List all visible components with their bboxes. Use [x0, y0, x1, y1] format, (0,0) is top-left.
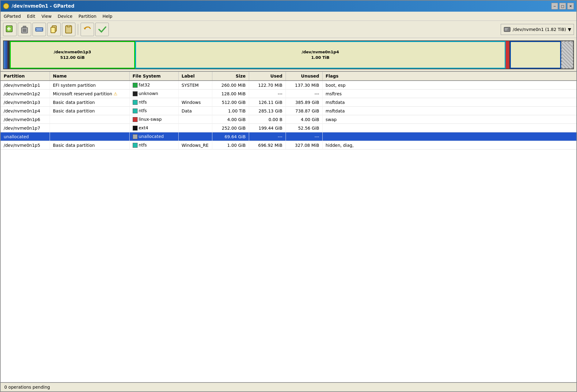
- cell-partition: /dev/nvme0n1p6: [1, 115, 50, 124]
- cell-fs: ext4: [129, 124, 178, 132]
- cell-used: ---: [249, 89, 286, 98]
- cell-name: Microsoft reserved partition ⚠: [50, 89, 129, 98]
- cell-unused: 327.08 MiB: [286, 141, 322, 150]
- cell-partition: /dev/nvme0n1p2: [1, 89, 50, 98]
- cell-used: 285.13 GiB: [249, 107, 286, 115]
- cell-size: 1.00 TiB: [212, 107, 249, 115]
- disk-map-container: /dev/nvme0n1p3512.00 GiB /dev/nvme0n1p41…: [3, 40, 574, 69]
- menu-device[interactable]: Device: [55, 13, 75, 20]
- fs-color-indicator: [133, 117, 138, 122]
- cell-label: SYSTEM: [178, 81, 212, 89]
- menu-partition[interactable]: Partition: [75, 13, 99, 20]
- cell-fs: unallocated: [129, 132, 178, 141]
- undo-button[interactable]: [81, 23, 94, 36]
- maximize-button[interactable]: □: [559, 3, 566, 10]
- toolbar: /dev/nvme0n1 (1.82 TiB) ▼: [1, 21, 576, 38]
- svg-rect-14: [67, 25, 70, 27]
- main-window: /dev/nvme0n1 - GParted − □ ✕ GParted Edi…: [0, 0, 577, 392]
- warning-icon: ⚠: [114, 91, 118, 96]
- cell-label: Windows_RE: [178, 141, 212, 150]
- cell-name: EFI system partition: [50, 81, 129, 89]
- cell-label: [178, 132, 212, 141]
- paste-button[interactable]: [62, 23, 75, 36]
- cell-name: [50, 124, 129, 132]
- table-row[interactable]: unallocatedunallocated69.64 GiB------: [1, 132, 576, 141]
- cell-used: 126.11 GiB: [249, 98, 286, 107]
- cell-size: 128.00 MiB: [212, 89, 249, 98]
- cell-size: 1.00 GiB: [212, 141, 249, 150]
- cell-used: ---: [249, 132, 286, 141]
- resize-button[interactable]: [32, 23, 46, 36]
- cell-name: [50, 132, 129, 141]
- disk-segment-p7[interactable]: [510, 41, 561, 69]
- cell-label: [178, 124, 212, 132]
- svg-marker-15: [84, 28, 86, 29]
- title-bar: /dev/nvme0n1 - GParted − □ ✕: [1, 1, 576, 12]
- new-partition-button[interactable]: [3, 23, 17, 36]
- cell-label: [178, 115, 212, 124]
- menu-help[interactable]: Help: [100, 13, 116, 20]
- toolbar-separator: [78, 24, 78, 35]
- disk-segment-p1[interactable]: [4, 41, 8, 69]
- delete-partition-button[interactable]: [18, 23, 31, 36]
- cell-flags: [322, 132, 576, 141]
- cell-partition: /dev/nvme0n1p5: [1, 141, 50, 150]
- svg-point-18: [509, 29, 509, 29]
- cell-fs: fat32: [129, 81, 178, 89]
- cell-flags: msftdata: [322, 107, 576, 115]
- menu-view[interactable]: View: [38, 13, 55, 20]
- cell-flags: [322, 124, 576, 132]
- svg-rect-12: [51, 27, 55, 33]
- cell-label: Windows: [178, 98, 212, 107]
- disk-segment-swap[interactable]: [506, 41, 510, 69]
- partition-table: Partition Name File System Label Size Us…: [1, 72, 576, 150]
- cell-flags: boot, esp: [322, 81, 576, 89]
- copy-button[interactable]: [47, 23, 61, 36]
- device-selector[interactable]: /dev/nvme0n1 (1.82 TiB) ▼: [501, 24, 574, 35]
- dropdown-arrow-icon: ▼: [568, 27, 571, 32]
- cell-used: 199.44 GiB: [249, 124, 286, 132]
- table-row[interactable]: /dev/nvme0n1p5Basic data partitionntfsWi…: [1, 141, 576, 150]
- cell-size: 4.00 GiB: [212, 115, 249, 124]
- cell-fs: ntfs: [129, 98, 178, 107]
- menu-edit[interactable]: Edit: [24, 13, 38, 20]
- cell-size: 69.64 GiB: [212, 132, 249, 141]
- fs-color-indicator: [133, 108, 138, 113]
- fs-color-indicator: [133, 83, 138, 88]
- svg-rect-20: [505, 30, 507, 30]
- cell-size: 512.00 GiB: [212, 98, 249, 107]
- disk-segment-p4[interactable]: /dev/nvme0n1p41.00 TiB: [135, 41, 506, 69]
- cell-used: 696.92 MiB: [249, 141, 286, 150]
- col-header-label: Label: [178, 72, 212, 81]
- apply-button[interactable]: [95, 23, 109, 36]
- disk-segment-p4-label: /dev/nvme0n1p41.00 TiB: [302, 49, 339, 60]
- cell-flags: msftdata: [322, 98, 576, 107]
- fs-color-indicator: [133, 143, 138, 148]
- table-row[interactable]: /dev/nvme0n1p7ext4252.00 GiB199.44 GiB52…: [1, 124, 576, 132]
- col-header-used: Used: [249, 72, 286, 81]
- disk-segment-p3-label: /dev/nvme0n1p3512.00 GiB: [54, 49, 91, 60]
- table-row[interactable]: /dev/nvme0n1p1EFI system partitionfat32S…: [1, 81, 576, 89]
- window-title: /dev/nvme0n1 - GParted: [12, 3, 74, 9]
- menu-bar: GParted Edit View Device Partition Help: [1, 12, 576, 21]
- minimize-button[interactable]: −: [551, 3, 558, 10]
- cell-partition: unallocated: [1, 132, 50, 141]
- table-row[interactable]: /dev/nvme0n1p2Microsoft reserved partiti…: [1, 89, 576, 98]
- cell-fs: linux-swap: [129, 115, 178, 124]
- menu-gparted[interactable]: GParted: [1, 13, 24, 20]
- table-row[interactable]: /dev/nvme0n1p4Basic data partitionntfsDa…: [1, 107, 576, 115]
- svg-rect-19: [505, 29, 508, 29]
- cell-size: 260.00 MiB: [212, 81, 249, 89]
- close-button[interactable]: ✕: [567, 3, 574, 10]
- disk-segment-p3[interactable]: /dev/nvme0n1p3512.00 GiB: [10, 41, 135, 69]
- table-header-row: Partition Name File System Label Size Us…: [1, 72, 576, 81]
- cell-flags: hidden, diag,: [322, 141, 576, 150]
- disk-segment-unallocated[interactable]: [561, 41, 573, 69]
- table-row[interactable]: /dev/nvme0n1p3Basic data partitionntfsWi…: [1, 98, 576, 107]
- table-row[interactable]: /dev/nvme0n1p6linux-swap4.00 GiB0.00 B4.…: [1, 115, 576, 124]
- fs-color-indicator: [133, 100, 138, 105]
- cell-unused: ---: [286, 132, 322, 141]
- cell-name: Basic data partition: [50, 141, 129, 150]
- col-header-name: Name: [50, 72, 129, 81]
- title-bar-left: /dev/nvme0n1 - GParted: [3, 3, 74, 9]
